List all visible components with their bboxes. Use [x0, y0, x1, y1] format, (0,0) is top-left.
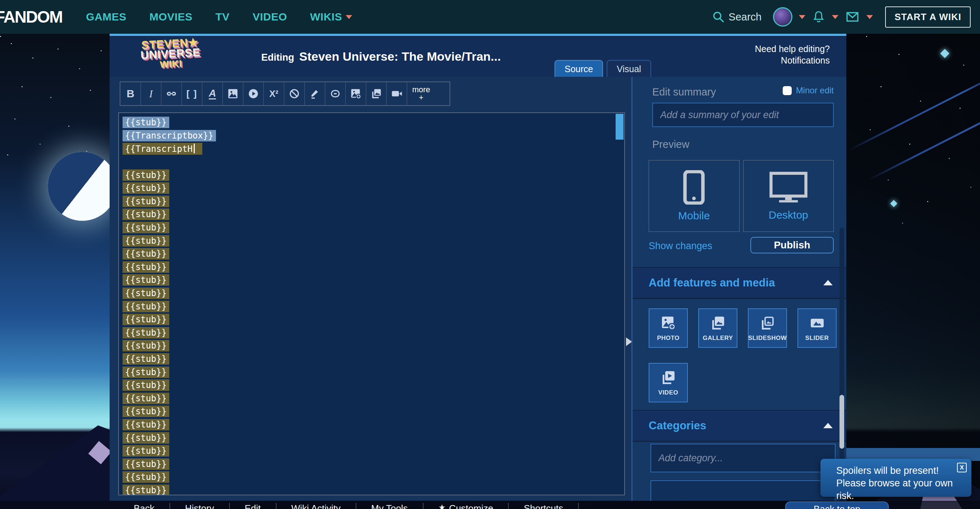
minor-edit-checkbox[interactable]: [783, 86, 792, 95]
video-camera-button[interactable]: [387, 82, 407, 105]
notifications-bell-icon[interactable]: [812, 10, 826, 24]
nav-links: GAMES MOVIES TV VIDEO WIKIS: [86, 11, 352, 23]
fandom-logo[interactable]: FANDOM: [0, 7, 62, 27]
start-a-wiki-button[interactable]: START A WIKI: [885, 6, 970, 28]
notifications-link[interactable]: Notifications: [755, 55, 830, 66]
toolbar-item-shortcuts[interactable]: Shortcuts: [509, 503, 579, 509]
formatting-toolbar: B I [ ] A X²: [120, 81, 450, 106]
publish-button[interactable]: Publish: [750, 237, 834, 254]
toolbar-item-customize[interactable]: ★Customize: [423, 503, 509, 509]
add-photo-icon: [350, 87, 362, 100]
slider-icon: [808, 314, 826, 332]
header-links: Need help editing? Notifications: [755, 43, 830, 66]
search-label: Search: [729, 11, 762, 23]
toolbar-item-history[interactable]: History: [170, 503, 230, 509]
add-slider-media-button[interactable]: SLIDER: [797, 308, 837, 348]
nav-link-wikis[interactable]: WIKIS: [310, 11, 352, 23]
editor-line: {{stub}}: [123, 168, 613, 182]
show-changes-link[interactable]: Show changes: [649, 241, 712, 252]
link-icon: [165, 88, 177, 100]
add-photo-button[interactable]: [346, 82, 366, 105]
nav-link-tv[interactable]: TV: [216, 11, 230, 23]
tab-visual[interactable]: Visual: [607, 60, 651, 77]
editor-line: {{stub}}: [123, 274, 613, 287]
add-gallery-media-button[interactable]: GALLERY: [698, 308, 737, 348]
editor-line: {{stub}}: [123, 444, 613, 458]
desktop-monitor-icon: [768, 171, 808, 204]
nowiki-brackets-button[interactable]: [ ]: [182, 82, 202, 105]
add-category-input[interactable]: [651, 444, 835, 473]
editor-line: {{stub}}: [123, 365, 613, 379]
add-photo-media-button[interactable]: PHOTO: [649, 308, 688, 348]
editor-line: {{stub}}: [123, 457, 613, 471]
signature-button[interactable]: [305, 82, 325, 105]
search-control[interactable]: Search: [712, 10, 762, 23]
nav-link-video[interactable]: VIDEO: [253, 11, 287, 23]
editor-line: {{stub}}: [123, 182, 613, 195]
preview-mobile-button[interactable]: Mobile: [649, 160, 740, 232]
toolbar-item-wiki-activity[interactable]: Wiki Activity: [276, 503, 356, 509]
actions-row: Show changes Publish: [649, 237, 834, 254]
preview-desktop-button[interactable]: Desktop: [743, 160, 834, 232]
messages-envelope-icon[interactable]: [845, 10, 860, 24]
video-camera-icon: [390, 87, 403, 100]
minor-edit-control[interactable]: Minor edit: [783, 86, 834, 95]
categories-section-header: Categories: [633, 410, 846, 442]
add-slideshow-media-button[interactable]: SLIDESHOW: [748, 308, 787, 348]
star-icon: ★: [438, 503, 445, 509]
editor-line: {{stub}}: [123, 405, 613, 418]
italic-button[interactable]: I: [141, 82, 161, 105]
add-video-media-button[interactable]: VIDEO: [649, 363, 688, 403]
collapse-features-icon[interactable]: [823, 280, 833, 285]
editor-line: [123, 155, 613, 169]
collapse-categories-icon[interactable]: [823, 423, 833, 428]
nav-link-movies[interactable]: MOVIES: [150, 11, 192, 23]
search-icon: [712, 10, 725, 23]
edit-summary-label: Edit summary: [652, 86, 716, 98]
need-help-link[interactable]: Need help editing?: [755, 43, 830, 55]
messages-chevron-icon[interactable]: [866, 15, 873, 19]
toolbar-item-back[interactable]: Back: [119, 503, 170, 509]
gallery-stack-icon: [710, 314, 727, 332]
more-button[interactable]: more+: [407, 82, 435, 105]
toast-close-button[interactable]: X: [957, 463, 967, 473]
wiki-header: STEVEN★ UNIVERSE WIKI Editing Steven Uni…: [110, 36, 846, 77]
link-button[interactable]: [161, 82, 182, 105]
play-video-button[interactable]: [243, 82, 264, 105]
editor-line: {{stub}}: [123, 392, 613, 405]
sidebar-scrollbar-thumb[interactable]: [840, 395, 844, 449]
page-title-row: Editing Steven Universe: The Movie/Tran.…: [261, 49, 501, 63]
stars-left: [0, 36, 1, 37]
back-to-top-button[interactable]: Back to top: [785, 501, 889, 509]
bold-button[interactable]: B: [120, 82, 141, 105]
steven-universe-wiki-logo[interactable]: STEVEN★ UNIVERSE WIKI: [140, 37, 201, 71]
editor-line: {{stub}}: [123, 431, 613, 444]
editor-line: {{stub}}: [123, 352, 613, 366]
slideshow-icon: [759, 314, 776, 332]
gallery-button[interactable]: [366, 82, 387, 105]
user-menu-chevron-icon[interactable]: [799, 15, 805, 19]
source-editor-textarea[interactable]: {{stub}}{{Transcriptbox}}{{TranscriptH {…: [118, 113, 625, 495]
editor-line: {{stub}}: [123, 234, 613, 247]
nav-link-games[interactable]: GAMES: [86, 11, 127, 23]
editor-line: {{Transcriptbox}}: [123, 129, 613, 143]
tag-icon: [329, 88, 341, 100]
tab-source[interactable]: Source: [555, 60, 603, 77]
photo-icon: [227, 87, 239, 100]
editor-lines: {{stub}}{{Transcriptbox}}{{TranscriptH {…: [123, 116, 613, 495]
photo-button[interactable]: [223, 82, 243, 105]
video-stack-icon: [660, 369, 677, 386]
nowiki-block-button[interactable]: [284, 82, 305, 105]
tag-button[interactable]: [325, 82, 346, 105]
avatar[interactable]: [773, 7, 792, 27]
text-color-button[interactable]: A: [202, 82, 223, 105]
superscript-button[interactable]: X²: [264, 82, 284, 105]
toolbar-item-edit[interactable]: Edit: [230, 503, 276, 509]
edit-summary-input[interactable]: [652, 103, 834, 127]
editor-scrollbar-thumb[interactable]: [616, 114, 624, 140]
toolbar-item-my-tools[interactable]: My Tools: [356, 503, 423, 509]
notifications-chevron-icon[interactable]: [832, 15, 838, 19]
editor-line: {{stub}}: [123, 247, 613, 261]
gallery-icon: [370, 87, 382, 100]
minor-edit-label: Minor edit: [796, 86, 834, 95]
